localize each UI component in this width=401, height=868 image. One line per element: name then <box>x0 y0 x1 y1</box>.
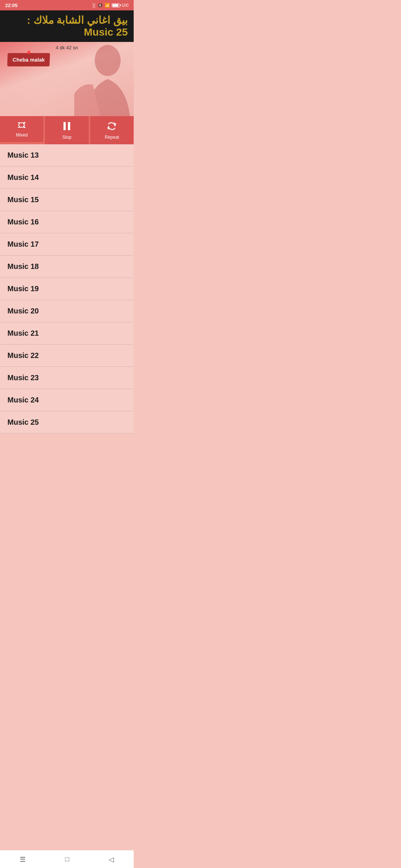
music-list: Music 13Music 14Music 15Music 16Music 17… <box>0 144 134 434</box>
music-item-label: Music 19 <box>7 285 39 293</box>
list-item[interactable]: Music 25 <box>0 411 134 434</box>
album-label: Cheba malak <box>7 53 50 66</box>
battery-icon <box>112 3 120 7</box>
header-title: بيق اغاني الشابة ملاك : Music 25 <box>27 14 128 38</box>
list-item[interactable]: Music 17 <box>0 233 134 256</box>
battery-percent: 100 <box>122 3 128 7</box>
list-item[interactable]: Music 22 <box>0 345 134 367</box>
music-item-label: Music 24 <box>7 396 39 404</box>
volume-icon: 🔇 <box>98 3 103 8</box>
bluetooth-icon: ⅀ <box>92 3 96 8</box>
repeat-label: Repeat <box>105 135 119 142</box>
pause-icon <box>63 121 71 133</box>
repeat-button[interactable]: Repeat <box>90 116 134 144</box>
music-item-label: Music 16 <box>7 218 39 226</box>
music-item-label: Music 20 <box>7 307 39 315</box>
svg-rect-2 <box>68 122 70 130</box>
list-item[interactable]: Music 18 <box>0 256 134 278</box>
list-item[interactable]: Music 14 <box>0 167 134 189</box>
svg-rect-1 <box>63 122 66 130</box>
stop-button[interactable]: Stop <box>45 116 88 144</box>
person-silhouette <box>52 42 134 116</box>
music-item-label: Music 15 <box>7 195 39 204</box>
header-banner: بيق اغاني الشابة ملاك : Music 25 <box>0 10 134 42</box>
list-item[interactable]: Music 16 <box>0 211 134 233</box>
stop-label: Stop <box>62 135 72 142</box>
music-item-label: Music 22 <box>7 351 39 360</box>
shuffle-label: Mixed <box>16 132 28 140</box>
shuffle-icon <box>17 121 27 131</box>
repeat-icon <box>107 121 117 133</box>
status-bar: 22:05 ⅀ 🔇 📶 100 <box>0 0 134 10</box>
music-item-label: Music 25 <box>7 418 39 427</box>
controls-section: Mixed Stop Repeat <box>0 116 134 144</box>
music-item-label: Music 14 <box>7 173 39 182</box>
svg-point-0 <box>95 45 121 76</box>
list-item[interactable]: Music 19 <box>0 278 134 300</box>
status-time: 22:05 <box>5 3 17 8</box>
music-item-label: Music 13 <box>7 151 39 160</box>
duration-text: 4 dk 42 sn <box>56 45 78 50</box>
list-item[interactable]: Music 21 <box>0 322 134 345</box>
music-item-label: Music 17 <box>7 240 39 249</box>
list-item[interactable]: Music 23 <box>0 367 134 389</box>
album-art-section: 4 dk 42 sn Cheba malak <box>0 42 134 116</box>
shuffle-button[interactable]: Mixed <box>0 116 43 142</box>
list-item[interactable]: Music 15 <box>0 189 134 211</box>
list-item[interactable]: Music 13 <box>0 144 134 167</box>
music-item-label: Music 18 <box>7 262 39 271</box>
status-icons: ⅀ 🔇 📶 100 <box>92 3 128 8</box>
music-item-label: Music 23 <box>7 374 39 382</box>
list-item[interactable]: Music 20 <box>0 300 134 322</box>
list-item[interactable]: Music 24 <box>0 389 134 411</box>
music-item-label: Music 21 <box>7 329 39 338</box>
signal-icon: 📶 <box>105 3 110 8</box>
